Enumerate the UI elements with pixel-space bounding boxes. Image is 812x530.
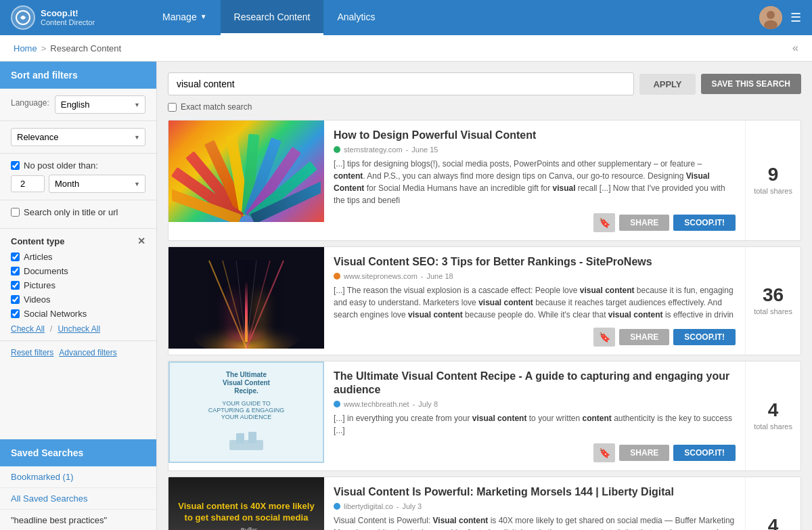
svg-rect-19 [248, 432, 256, 443]
article-card: Visual Content SEO: 3 Tips for Better Ra… [168, 246, 801, 355]
article-3-excerpt: [...] in everything you create from your… [334, 412, 736, 437]
pictures-label: Pictures [24, 280, 55, 290]
documents-checkbox[interactable] [11, 267, 20, 275]
article-1-title[interactable]: How to Design Powerful Visual Content [334, 129, 736, 143]
date-number-input[interactable] [11, 175, 45, 192]
marketing-image: Visual content is 40X more likely to get… [168, 477, 324, 530]
language-filter: Language: English [0, 89, 156, 121]
article-1-bookmark-button[interactable]: 🔖 [593, 213, 615, 232]
date-unit-select[interactable]: Month Week Day [49, 175, 145, 193]
relevance-select-wrapper: Relevance [11, 128, 145, 146]
filters-header: Sort and filters [0, 62, 156, 89]
sidebar: Sort and filters Language: English Relev… [0, 62, 157, 530]
article-4-date: July 3 [402, 502, 422, 510]
language-select[interactable]: English [55, 95, 145, 114]
article-2-source-name: www.sitepronews.com [344, 272, 418, 280]
no-post-older-checkbox[interactable] [11, 161, 20, 170]
article-1-share-button[interactable]: SHARE [619, 215, 669, 231]
advanced-filters-link[interactable]: Advanced filters [59, 348, 116, 357]
relevance-filter: Relevance [0, 121, 156, 154]
nav-manage[interactable]: Manage ▼ [149, 0, 221, 35]
language-select-wrapper: English [55, 95, 145, 114]
check-all-link[interactable]: Check All [11, 324, 45, 334]
logo-icon [11, 5, 35, 30]
relevance-select[interactable]: Relevance [11, 128, 145, 146]
article-4-thumb: Visual content is 40X more likely to get… [168, 477, 324, 530]
title-search-row: Search only in title or url [11, 207, 145, 217]
article-2-title[interactable]: Visual Content SEO: 3 Tips for Better Ra… [334, 255, 736, 269]
documents-label: Documents [24, 266, 68, 276]
article-2-share-button[interactable]: SHARE [619, 329, 669, 345]
manage-arrow-icon: ▼ [200, 13, 207, 20]
avatar[interactable] [759, 6, 782, 29]
saved-headline[interactable]: "headline best practices" [0, 510, 156, 530]
article-2-body: Visual Content SEO: 3 Tips for Better Ra… [324, 247, 745, 355]
article-card: How to Design Powerful Visual Content st… [168, 120, 801, 241]
articles-checkbox[interactable] [11, 252, 20, 261]
svg-rect-18 [236, 433, 244, 443]
search-bar: APPLY SAVE THIS SEARCH [168, 72, 801, 95]
article-3-bookmark-button[interactable]: 🔖 [593, 443, 615, 462]
article-3-scoop-button[interactable]: SCOOP.IT! [673, 445, 736, 461]
source-dot-icon [334, 273, 340, 280]
article-3-thumb: The UltimateVisual ContentRecipe. YOUR G… [168, 361, 324, 463]
article-3-title[interactable]: The Ultimate Visual Content Recipe - A g… [334, 370, 736, 398]
check-separator: / [50, 324, 52, 334]
exact-match-row: Exact match search [168, 102, 801, 112]
article-2-source: www.sitepronews.com - June 18 [334, 272, 736, 280]
apply-button[interactable]: APPLY [639, 74, 695, 95]
source-dot-icon [334, 146, 340, 153]
logo[interactable]: Scoop.it! Content Director [11, 5, 95, 30]
article-1-scoop-button[interactable]: SCOOP.IT! [673, 215, 736, 231]
saved-searches-header: Saved Searches [0, 439, 156, 466]
nav-research[interactable]: Research Content [221, 0, 324, 35]
article-card: The UltimateVisual ContentRecipe. YOUR G… [168, 361, 801, 472]
svg-point-2 [767, 11, 775, 19]
article-2-excerpt: [...] The reason the visual explosion is… [334, 284, 736, 321]
article-2-scoop-button[interactable]: SCOOP.IT! [673, 329, 736, 345]
reset-filters-link[interactable]: Reset filters [11, 348, 53, 357]
article-4-source-name: libertydigital.co [344, 502, 393, 510]
no-post-older-row: No post older than: [11, 160, 145, 171]
article-2-shares-count: 36 [763, 286, 784, 305]
saved-all-searches[interactable]: All Saved Searches [0, 488, 156, 510]
search-input[interactable] [168, 72, 634, 95]
breadcrumb-home[interactable]: Home [14, 43, 37, 53]
social-checkbox[interactable] [11, 309, 20, 318]
content-type-pictures: Pictures [11, 280, 145, 290]
article-2-bookmark-button[interactable]: 🔖 [593, 328, 615, 347]
nav-analytics[interactable]: Analytics [323, 0, 388, 35]
article-card: Visual content is 40X more likely to get… [168, 477, 801, 530]
check-uncheck-links: Check All / Uncheck All [11, 324, 145, 334]
exact-match-checkbox[interactable] [168, 103, 177, 112]
recipe-image: The UltimateVisual ContentRecipe. YOUR G… [168, 361, 324, 463]
title-search-filter: Search only in title or url [0, 200, 156, 229]
uncheck-all-link[interactable]: Uncheck All [58, 324, 100, 334]
videos-checkbox[interactable] [11, 295, 20, 304]
content-type-documents: Documents [11, 266, 145, 276]
article-1-source: sternstrategy.com - June 15 [334, 146, 736, 154]
save-search-button[interactable]: SAVE THIS SEARCH [701, 74, 801, 94]
title-search-checkbox[interactable] [11, 208, 20, 217]
source-dot-icon [334, 503, 340, 510]
saved-bookmarked[interactable]: Bookmarked (1) [0, 466, 156, 488]
logo-scoop: Scoop.it! [41, 9, 95, 18]
article-4-shares: 4 total shares [745, 477, 800, 530]
road-image [168, 247, 324, 349]
breadcrumb-current: Research Content [50, 43, 121, 53]
menu-icon[interactable]: ☰ [790, 10, 801, 25]
content-area: APPLY SAVE THIS SEARCH Exact match searc… [157, 62, 812, 530]
article-2-shares: 36 total shares [745, 247, 800, 355]
article-1-source-name: sternstrategy.com [344, 146, 403, 154]
article-1-shares: 9 total shares [745, 120, 800, 240]
article-3-share-button[interactable]: SHARE [619, 445, 669, 461]
date-filter: No post older than: Month Week Day [0, 154, 156, 200]
content-type-close-icon[interactable]: ✕ [137, 236, 145, 246]
article-1-shares-count: 9 [768, 165, 779, 184]
pictures-checkbox[interactable] [11, 281, 20, 290]
collapse-icon[interactable]: « [792, 42, 798, 54]
article-4-title[interactable]: Visual Content Is Powerful: Marketing Mo… [334, 485, 736, 500]
article-4-dash: - [397, 502, 399, 510]
content-type-articles: Articles [11, 252, 145, 262]
logo-subtitle: Content Director [41, 18, 95, 26]
